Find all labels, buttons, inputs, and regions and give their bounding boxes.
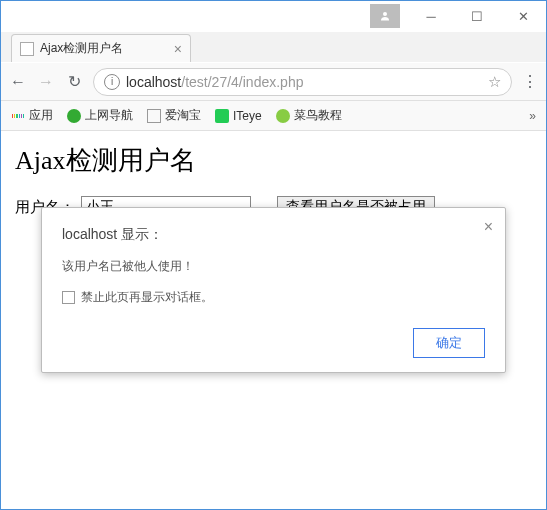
apps-grid-icon bbox=[11, 109, 25, 123]
bookmark-item[interactable]: 上网导航 bbox=[67, 107, 133, 124]
suppress-dialog-checkbox[interactable]: 禁止此页再显示对话框。 bbox=[62, 289, 485, 306]
close-window-button[interactable]: ✕ bbox=[500, 1, 546, 32]
dialog-message: 该用户名已被他人使用！ bbox=[62, 258, 485, 275]
page-icon bbox=[147, 109, 161, 123]
suppress-label: 禁止此页再显示对话框。 bbox=[81, 289, 213, 306]
browser-menu-button[interactable]: ⋮ bbox=[522, 72, 538, 91]
bookmark-item[interactable]: 爱淘宝 bbox=[147, 107, 201, 124]
dialog-button-row: 确定 bbox=[62, 328, 485, 358]
dialog-ok-button[interactable]: 确定 bbox=[413, 328, 485, 358]
back-button[interactable]: ← bbox=[9, 73, 27, 91]
tab-strip: Ajax检测用户名 × bbox=[1, 32, 546, 62]
checkbox-icon bbox=[62, 291, 75, 304]
reload-button[interactable]: ↻ bbox=[65, 72, 83, 91]
url-input[interactable]: i localhost/test/27/4/index.php ☆ bbox=[93, 68, 512, 96]
browser-tab[interactable]: Ajax检测用户名 × bbox=[11, 34, 191, 62]
page-favicon-icon bbox=[20, 42, 34, 56]
profile-avatar[interactable] bbox=[370, 4, 400, 28]
url-text: localhost/test/27/4/index.php bbox=[126, 74, 482, 90]
dialog-close-icon[interactable]: × bbox=[484, 218, 493, 236]
bookmark-item[interactable]: ITeye bbox=[215, 109, 262, 123]
bookmark-star-icon[interactable]: ☆ bbox=[488, 73, 501, 91]
tab-title: Ajax检测用户名 bbox=[40, 40, 168, 57]
bookmark-favicon-icon bbox=[276, 109, 290, 123]
address-bar: ← → ↻ i localhost/test/27/4/index.php ☆ … bbox=[1, 63, 546, 101]
bookmarks-overflow-icon[interactable]: » bbox=[529, 109, 536, 123]
forward-button: → bbox=[37, 73, 55, 91]
svg-point-0 bbox=[383, 12, 387, 16]
bookmarks-bar: 应用 上网导航 爱淘宝 ITeye 菜鸟教程 » bbox=[1, 101, 546, 131]
site-info-icon[interactable]: i bbox=[104, 74, 120, 90]
window-titlebar: ─ ☐ ✕ bbox=[1, 1, 546, 33]
maximize-button[interactable]: ☐ bbox=[454, 1, 500, 32]
minimize-button[interactable]: ─ bbox=[408, 1, 454, 32]
bookmark-item[interactable]: 菜鸟教程 bbox=[276, 107, 342, 124]
apps-shortcut[interactable]: 应用 bbox=[11, 107, 53, 124]
bookmark-favicon-icon bbox=[215, 109, 229, 123]
tab-close-icon[interactable]: × bbox=[174, 41, 182, 57]
page-heading: Ajax检测用户名 bbox=[15, 143, 532, 178]
dialog-title: localhost 显示： bbox=[62, 226, 485, 244]
alert-dialog: × localhost 显示： 该用户名已被他人使用！ 禁止此页再显示对话框。 … bbox=[41, 207, 506, 373]
apps-label: 应用 bbox=[29, 107, 53, 124]
bookmark-favicon-icon bbox=[67, 109, 81, 123]
